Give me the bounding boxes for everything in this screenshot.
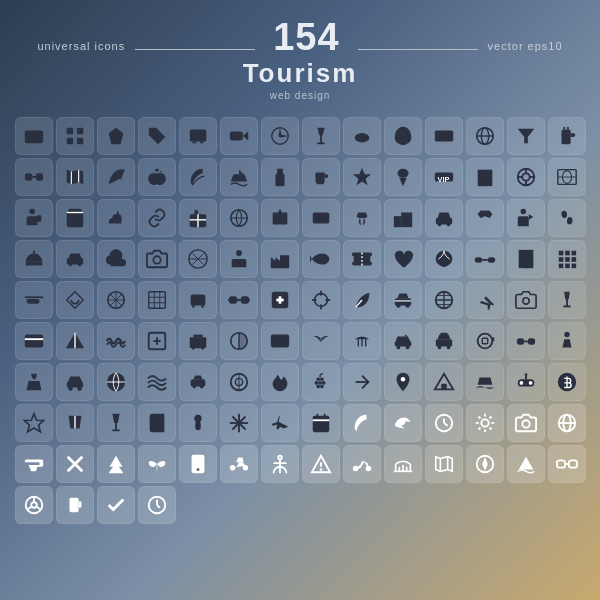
icon-city[interactable]: [384, 199, 422, 237]
icon-crosshair[interactable]: [302, 281, 340, 319]
icon-tuktuk[interactable]: [384, 322, 422, 360]
icon-fish[interactable]: [302, 240, 340, 278]
icon-suitcase[interactable]: [179, 199, 217, 237]
icon-clock[interactable]: [425, 404, 463, 442]
icon-tag2[interactable]: [138, 322, 176, 360]
icon-bus3[interactable]: [179, 322, 217, 360]
icon-steering[interactable]: [15, 486, 53, 524]
icon-beer2[interactable]: [56, 486, 94, 524]
icon-bottle[interactable]: [261, 158, 299, 196]
icon-gem[interactable]: [97, 117, 135, 155]
icon-snorkel[interactable]: [466, 322, 504, 360]
icon-leaf[interactable]: [384, 117, 422, 155]
icon-clock2[interactable]: [138, 486, 176, 524]
icon-woman[interactable]: [548, 322, 586, 360]
icon-compass2[interactable]: [466, 445, 504, 483]
icon-brazil[interactable]: [56, 281, 94, 319]
icon-star2[interactable]: [15, 404, 53, 442]
icon-camera-video[interactable]: [220, 117, 258, 155]
icon-sunglasses[interactable]: [466, 240, 504, 278]
icon-feather[interactable]: [97, 158, 135, 196]
icon-camera2[interactable]: [138, 240, 176, 278]
icon-wave[interactable]: [97, 322, 135, 360]
icon-bridge[interactable]: [343, 322, 381, 360]
icon-jeep[interactable]: [56, 363, 94, 401]
icon-globe5[interactable]: [220, 363, 258, 401]
icon-factory[interactable]: [261, 240, 299, 278]
icon-waves[interactable]: [138, 363, 176, 401]
icon-leaf4[interactable]: [343, 404, 381, 442]
icon-snorkel2[interactable]: [507, 363, 545, 401]
icon-ship[interactable]: [466, 363, 504, 401]
icon-goggles4[interactable]: [548, 445, 586, 483]
icon-glass2[interactable]: [97, 404, 135, 442]
icon-scooter[interactable]: [343, 445, 381, 483]
icon-sailboat[interactable]: [507, 445, 545, 483]
icon-dome[interactable]: [15, 240, 53, 278]
icon-fire[interactable]: [261, 363, 299, 401]
icon-butterfly[interactable]: [138, 445, 176, 483]
icon-wine2[interactable]: [548, 281, 586, 319]
icon-kettle[interactable]: [138, 158, 176, 196]
icon-heart[interactable]: [384, 240, 422, 278]
icon-globe3[interactable]: [220, 199, 258, 237]
icon-globe4[interactable]: [425, 281, 463, 319]
icon-beachball[interactable]: [220, 322, 258, 360]
icon-cassette[interactable]: [261, 322, 299, 360]
icon-cross[interactable]: [56, 445, 94, 483]
icon-shell[interactable]: [425, 240, 463, 278]
icon-arrow[interactable]: [343, 363, 381, 401]
icon-car3[interactable]: [179, 363, 217, 401]
icon-grapes[interactable]: [302, 363, 340, 401]
icon-taxi2[interactable]: [425, 322, 463, 360]
icon-shopping[interactable]: [56, 199, 94, 237]
icon-icecream[interactable]: [384, 158, 422, 196]
icon-globe6[interactable]: [548, 404, 586, 442]
icon-car2[interactable]: [384, 281, 422, 319]
icon-apps[interactable]: [56, 117, 94, 155]
icon-tent[interactable]: [56, 322, 94, 360]
icon-gridmap[interactable]: [138, 281, 176, 319]
icon-check[interactable]: [97, 486, 135, 524]
icon-phone[interactable]: [179, 445, 217, 483]
icon-card[interactable]: [15, 322, 53, 360]
icon-firstaid[interactable]: [261, 281, 299, 319]
icon-calendar[interactable]: [302, 404, 340, 442]
icon-vip[interactable]: VIP: [425, 158, 463, 196]
icon-boat[interactable]: [220, 158, 258, 196]
icon-chain[interactable]: [138, 199, 176, 237]
icon-palm[interactable]: [302, 322, 340, 360]
icon-leaf2[interactable]: [179, 158, 217, 196]
icon-snowflake[interactable]: [220, 404, 258, 442]
icon-ticket[interactable]: [343, 240, 381, 278]
icon-tent2[interactable]: [425, 363, 463, 401]
icon-icecream2[interactable]: [179, 404, 217, 442]
icon-world-map[interactable]: [548, 158, 586, 196]
icon-keyboard[interactable]: [425, 117, 463, 155]
icon-goggles3[interactable]: [507, 322, 545, 360]
icon-helicopter[interactable]: [15, 281, 53, 319]
icon-globe[interactable]: [466, 117, 504, 155]
icon-cloud[interactable]: [97, 240, 135, 278]
icon-bus2[interactable]: [179, 281, 217, 319]
icon-aperture[interactable]: [97, 281, 135, 319]
icon-plane2[interactable]: [261, 404, 299, 442]
icon-flip-flop[interactable]: [343, 117, 381, 155]
icon-goggles[interactable]: [15, 158, 53, 196]
icon-lifebuoy[interactable]: [507, 158, 545, 196]
icon-map[interactable]: [56, 158, 94, 196]
icon-building2[interactable]: [507, 240, 545, 278]
icon-taxi[interactable]: [425, 199, 463, 237]
icon-footprints[interactable]: [548, 199, 586, 237]
icon-goggles2[interactable]: [220, 281, 258, 319]
icon-book[interactable]: [138, 404, 176, 442]
icon-camera4[interactable]: [507, 404, 545, 442]
icon-dollar2[interactable]: [548, 363, 586, 401]
icon-compass-star[interactable]: [261, 117, 299, 155]
icon-grid[interactable]: [548, 240, 586, 278]
icon-bridge2[interactable]: [384, 445, 422, 483]
icon-bus[interactable]: [179, 117, 217, 155]
icon-warning[interactable]: [302, 445, 340, 483]
icon-person-luggage[interactable]: [15, 199, 53, 237]
icon-dolphin[interactable]: [384, 404, 422, 442]
